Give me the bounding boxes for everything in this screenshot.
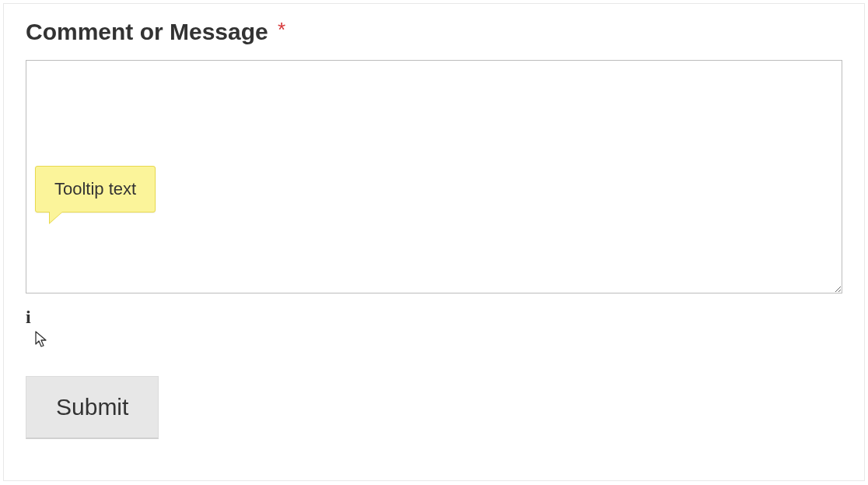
info-icon[interactable]: i xyxy=(26,308,31,326)
info-row: i xyxy=(26,308,842,331)
tooltip-text: Tooltip text xyxy=(54,179,136,199)
form-container: Comment or Message * Tooltip text i Subm… xyxy=(3,3,865,481)
tooltip-bubble: Tooltip text xyxy=(35,166,156,213)
field-label: Comment or Message * xyxy=(26,18,842,46)
required-asterisk: * xyxy=(278,18,285,41)
submit-button[interactable]: Submit xyxy=(26,376,159,439)
field-label-text: Comment or Message xyxy=(26,19,268,44)
